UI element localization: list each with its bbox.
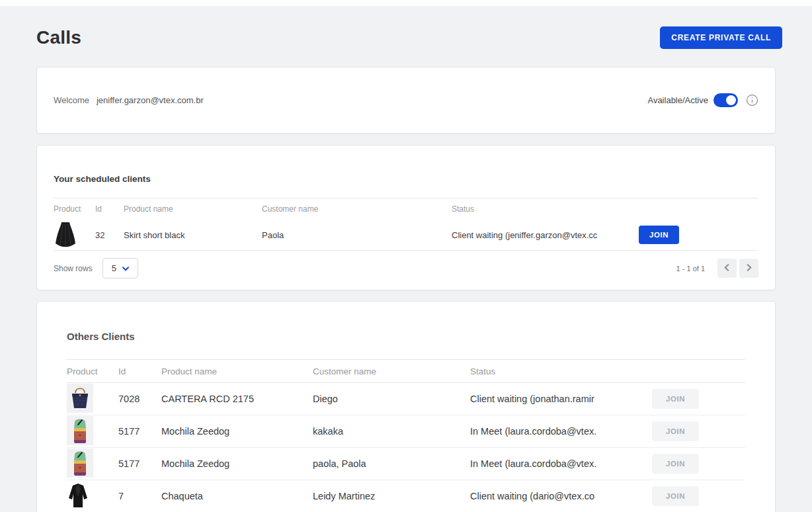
join-button[interactable]: JOIN	[652, 486, 699, 506]
status-text: Client waiting (jonathan.ramir	[470, 394, 652, 404]
scheduled-clients-table: ProductIdProduct nameCustomer nameStatus…	[54, 198, 758, 251]
product-name: CARTERA RCD 2175	[161, 394, 313, 404]
table-row: 5177Mochila Zeedogpaola, PaolaIn Meet (l…	[67, 448, 745, 480]
product-image-cell	[67, 384, 118, 415]
table-footer: Show rows 5 1 - 1 of 1	[54, 258, 758, 290]
table-row: 7ChaquetaLeidy MartinezClient waiting (d…	[67, 480, 745, 512]
others-table-body: 7028CARTERA RCD 2175DiegoClient waiting …	[67, 383, 745, 512]
scheduled-clients-card: Your scheduled clients ProductIdProduct …	[36, 145, 776, 290]
toggle-knob	[726, 95, 736, 105]
join-button[interactable]: JOIN	[639, 226, 679, 244]
others-clients-title: Others Clients	[67, 331, 745, 342]
join-cell: JOIN	[639, 226, 758, 244]
status-cell: In Meet (laura.cordoba@vtex.	[470, 426, 652, 437]
pagination-range: 1 - 1 of 1	[676, 265, 705, 273]
welcome-message: Welcomejeniffer.garzon@vtex.com.br	[54, 95, 204, 105]
others-table-header: ProductIdProduct nameCustomer nameStatus	[67, 359, 745, 383]
chevron-left-icon	[723, 263, 731, 274]
rows-per-page-select[interactable]: 5	[102, 258, 138, 278]
others-clients-table: ProductIdProduct nameCustomer nameStatus…	[67, 359, 745, 512]
join-button[interactable]: JOIN	[652, 421, 699, 441]
scheduled-clients-title: Your scheduled clients	[54, 174, 758, 184]
product-id: 5177	[118, 458, 161, 469]
join-cell: JOIN	[652, 486, 745, 506]
welcome-label: Welcome	[54, 95, 89, 105]
column-header-customer-name: Customer name	[262, 204, 452, 214]
table-row: 32Skirt short blackPaolaClient waiting (…	[54, 220, 758, 251]
column-header-status: Status	[470, 366, 652, 376]
skirt-product-image	[54, 221, 77, 247]
join-button[interactable]: JOIN	[652, 389, 699, 409]
column-header-product-name: Product name	[161, 366, 313, 376]
column-header-status: Status	[452, 204, 639, 214]
availability-label: Available/Active	[647, 95, 708, 105]
welcome-card: Welcomejeniffer.garzon@vtex.com.br Avail…	[36, 67, 776, 134]
product-image-cell	[67, 482, 118, 511]
customer-name: paola, Paola	[313, 458, 470, 469]
product-id: 5177	[118, 426, 161, 437]
availability-toggle[interactable]	[713, 93, 738, 107]
info-icon[interactable]	[746, 94, 758, 107]
chevron-down-icon	[122, 263, 129, 273]
jacket-product-image	[67, 482, 89, 509]
page-header: Calls CREATE PRIVATE CALL	[36, 26, 776, 49]
join-cell: JOIN	[652, 454, 745, 474]
customer-name: Leidy Martinez	[313, 491, 470, 501]
product-id: 32	[95, 230, 124, 240]
customer-name: Paola	[262, 230, 452, 240]
scheduled-table-body: 32Skirt short blackPaolaClient waiting (…	[54, 220, 758, 251]
table-row: 7028CARTERA RCD 2175DiegoClient waiting …	[67, 383, 745, 415]
column-header-customer-name: Customer name	[313, 366, 470, 376]
customer-name: kakaka	[313, 426, 470, 437]
calls-page: Calls CREATE PRIVATE CALL Welcomejeniffe…	[0, 26, 812, 512]
product-name: Skirt short black	[124, 230, 262, 240]
column-header-product-name: Product name	[124, 204, 262, 214]
rows-per-page-value: 5	[112, 263, 116, 273]
create-private-call-button[interactable]: CREATE PRIVATE CALL	[660, 26, 782, 49]
product-name: Mochila Zeedog	[161, 458, 313, 469]
handbag-product-image	[67, 384, 93, 413]
status-cell: Client waiting (jeniffer.garzon@vtex.cc	[452, 230, 639, 240]
customer-name: Diego	[313, 394, 470, 404]
product-id: 7	[118, 491, 161, 501]
join-button[interactable]: JOIN	[652, 454, 699, 474]
chevron-right-icon	[745, 263, 753, 274]
status-text: Client waiting (jeniffer.garzon@vtex.cc	[452, 230, 639, 240]
column-header-product: Product	[67, 366, 118, 376]
pagination-prev-button[interactable]	[717, 259, 737, 278]
column-header-product: Product	[54, 204, 95, 214]
status-cell: Client waiting (dario@vtex.co	[470, 491, 652, 501]
product-image-cell	[67, 416, 118, 447]
status-text: In Meet (laura.cordoba@vtex.	[470, 458, 652, 469]
product-id: 7028	[118, 394, 161, 404]
join-cell: JOIN	[652, 421, 745, 441]
backpack-product-image	[67, 416, 93, 445]
product-name: Chaqueta	[161, 491, 313, 501]
join-cell: JOIN	[652, 389, 745, 409]
top-strip	[0, 0, 812, 6]
status-text: In Meet (laura.cordoba@vtex.	[470, 426, 652, 437]
product-image-cell	[54, 221, 95, 249]
column-header-id: Id	[95, 204, 124, 214]
scheduled-table-header: ProductIdProduct nameCustomer nameStatus	[54, 198, 758, 220]
others-clients-card: Others Clients ProductIdProduct nameCust…	[36, 301, 776, 512]
product-image-cell	[67, 448, 118, 480]
product-name: Mochila Zeedog	[161, 426, 313, 437]
table-row: 5177Mochila ZeedogkakakaIn Meet (laura.c…	[67, 415, 745, 448]
status-cell: Client waiting (jonathan.ramir	[470, 394, 652, 404]
column-header-id: Id	[118, 366, 161, 376]
backpack-product-image	[67, 448, 93, 478]
status-text: Client waiting (dario@vtex.co	[470, 491, 652, 501]
welcome-email: jeniffer.garzon@vtex.com.br	[97, 95, 204, 105]
page-title: Calls	[36, 27, 81, 48]
pagination-next-button[interactable]	[739, 259, 758, 278]
show-rows-label: Show rows	[54, 264, 93, 273]
status-cell: In Meet (laura.cordoba@vtex.	[470, 458, 652, 469]
